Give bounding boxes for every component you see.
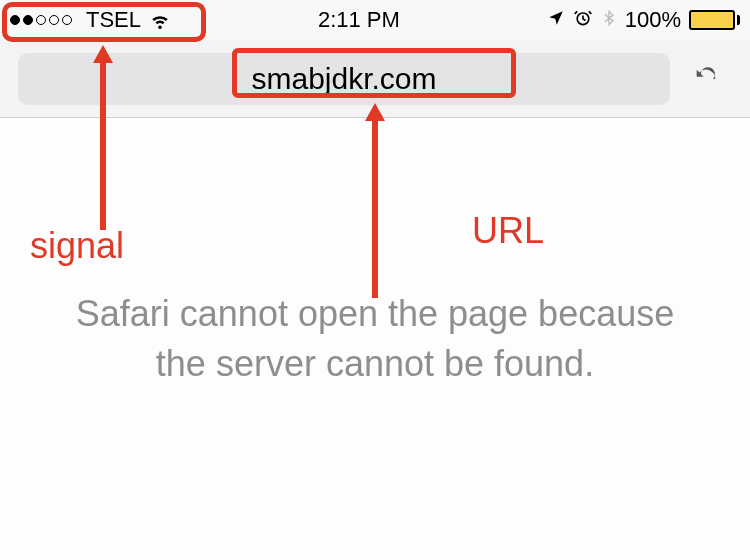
status-right: 100% — [547, 7, 740, 33]
alarm-icon — [573, 8, 593, 33]
annotation-label-signal: signal — [30, 225, 124, 267]
annotation-label-url: URL — [472, 210, 544, 252]
status-bar: TSEL 2:11 PM 100% — [0, 0, 750, 40]
location-icon — [547, 9, 565, 32]
url-domain: smabjdkr.com — [251, 62, 436, 96]
battery-percent: 100% — [625, 7, 681, 33]
address-bar[interactable]: smabjdkr.com — [18, 53, 670, 105]
wifi-icon — [149, 9, 171, 31]
battery-icon — [689, 10, 740, 30]
status-left: TSEL — [10, 7, 171, 33]
status-time: 2:11 PM — [171, 7, 547, 33]
cellular-signal-icon — [10, 15, 72, 25]
page-content: Safari cannot open the page because the … — [0, 118, 750, 560]
reload-icon — [692, 65, 720, 93]
carrier-label: TSEL — [86, 7, 141, 33]
bluetooth-icon — [601, 8, 617, 33]
safari-toolbar: smabjdkr.com — [0, 40, 750, 118]
error-message: Safari cannot open the page because the … — [75, 289, 675, 390]
reload-button[interactable] — [680, 53, 732, 105]
